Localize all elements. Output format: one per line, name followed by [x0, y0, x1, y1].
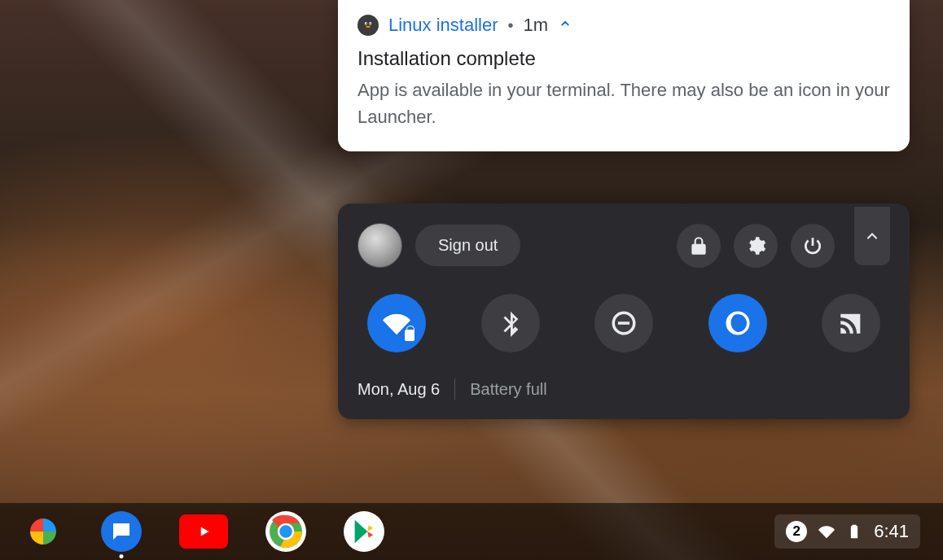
- status-tray[interactable]: 2 6:41: [774, 514, 920, 549]
- notification-card[interactable]: Linux installer • 1m Installation comple…: [338, 0, 910, 151]
- expand-handle[interactable]: [854, 207, 890, 265]
- shelf: 2 6:41: [0, 503, 943, 560]
- user-avatar[interactable]: [357, 223, 402, 268]
- svg-point-4: [370, 23, 371, 24]
- notification-time: 1m: [524, 15, 549, 36]
- app-messages[interactable]: [101, 511, 142, 552]
- wifi-icon: [818, 523, 835, 540]
- date-label: Mon, Aug 6: [357, 380, 440, 399]
- bluetooth-toggle[interactable]: [481, 294, 540, 352]
- battery-charging-icon: [846, 523, 862, 540]
- cast-icon: [837, 309, 865, 337]
- cast-toggle[interactable]: [822, 294, 880, 352]
- notification-app-name: Linux installer: [388, 15, 498, 36]
- separator: [454, 378, 455, 400]
- chevron-up-icon: [864, 228, 880, 244]
- play-store-icon: [350, 518, 378, 545]
- wifi-secure-lock-icon: [405, 330, 414, 341]
- do-not-disturb-toggle[interactable]: [594, 294, 653, 352]
- shelf-apps: [23, 511, 384, 552]
- app-youtube[interactable]: [179, 514, 228, 549]
- quick-settings-status: Mon, Aug 6 Battery full: [338, 369, 910, 419]
- notification-title: Installation complete: [357, 47, 890, 70]
- app-photos[interactable]: [23, 511, 64, 552]
- running-indicator: [120, 554, 124, 558]
- notification-header: Linux installer • 1m: [357, 15, 890, 36]
- power-button[interactable]: [791, 224, 835, 268]
- chrome-icon: [266, 512, 305, 551]
- bluetooth-icon: [497, 309, 524, 337]
- app-play-store[interactable]: [344, 511, 384, 552]
- settings-button[interactable]: [734, 224, 778, 268]
- power-icon: [802, 235, 823, 256]
- chevron-up-icon[interactable]: [558, 16, 572, 34]
- moon-icon: [724, 309, 752, 337]
- clock-time: 6:41: [874, 521, 909, 542]
- separator-dot: •: [508, 16, 514, 35]
- gear-icon: [745, 235, 766, 256]
- do-not-disturb-icon: [610, 309, 638, 337]
- lock-button[interactable]: [677, 224, 721, 268]
- battery-status-label: Battery full: [470, 380, 546, 399]
- night-light-toggle[interactable]: [708, 294, 767, 352]
- sign-out-button[interactable]: Sign out: [415, 225, 520, 266]
- quick-settings-toggles: [338, 278, 910, 369]
- photos-icon: [24, 512, 63, 551]
- quick-settings-panel: Sign out Mon, Aug: [338, 203, 910, 419]
- youtube-icon: [193, 521, 214, 542]
- linux-penguin-icon: [357, 15, 379, 36]
- svg-point-3: [366, 23, 366, 24]
- notification-count-badge: 2: [786, 521, 807, 542]
- app-chrome[interactable]: [265, 511, 306, 552]
- lock-icon: [688, 235, 709, 256]
- svg-point-0: [359, 16, 377, 34]
- wifi-toggle[interactable]: [367, 294, 426, 352]
- messages-icon: [109, 519, 134, 544]
- quick-settings-top-row: Sign out: [338, 203, 910, 278]
- notification-body: App is available in your terminal. There…: [357, 77, 890, 130]
